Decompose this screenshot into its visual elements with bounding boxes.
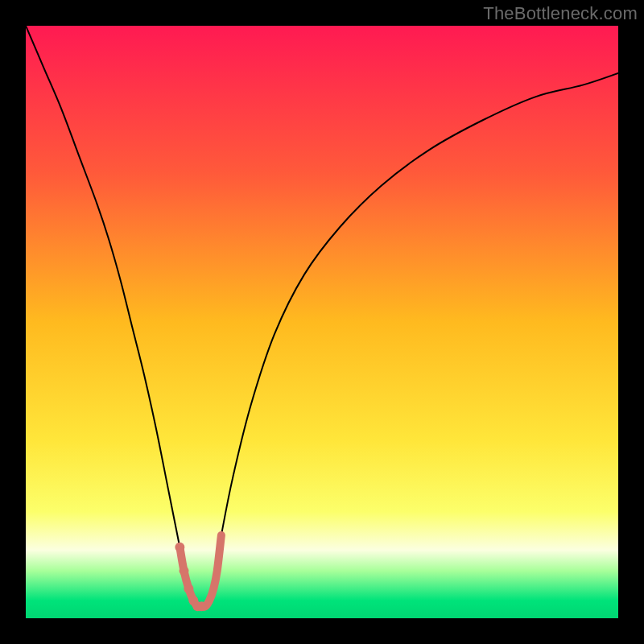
highlight-point xyxy=(180,566,189,576)
highlight-point xyxy=(184,584,193,593)
chart-background xyxy=(26,26,618,618)
highlight-point xyxy=(175,543,184,552)
highlight-point xyxy=(197,601,207,611)
chart-svg xyxy=(26,26,618,618)
chart-frame: TheBottleneck.com xyxy=(0,0,644,644)
watermark-text: TheBottleneck.com xyxy=(483,3,638,24)
plot-area xyxy=(26,26,618,618)
